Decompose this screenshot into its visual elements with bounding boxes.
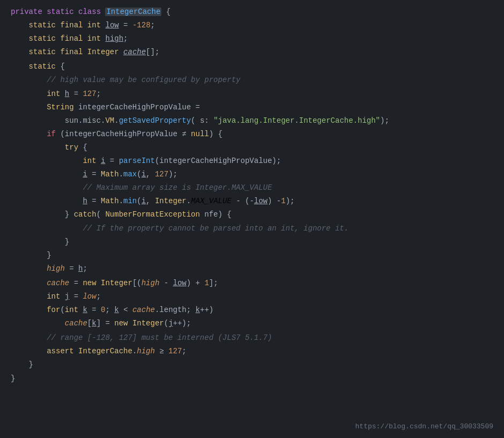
line-21: high = h; xyxy=(0,262,504,276)
watermark: https://blog.csdn.net/qq_30033509 xyxy=(355,421,493,433)
line-24: int j = low; xyxy=(0,290,504,303)
line-28: // range [-128, 127] must be interned (J… xyxy=(0,331,504,345)
line-14: i = Math.max(i, 127); xyxy=(0,168,504,181)
line-7: // high value may be configured by prope… xyxy=(0,73,504,87)
line-13: int i = parseInt(integerCacheHighPropVal… xyxy=(0,154,504,168)
line-19: } xyxy=(0,235,504,249)
line-12: try { xyxy=(0,141,504,154)
line-16: h = Math.min(i, Integer.MAX_VALUE - (-lo… xyxy=(0,195,504,208)
line-15: // Maximum array size is Integer.MAX_VAL… xyxy=(0,181,504,195)
line-1: private static class IntegerCache { xyxy=(0,5,504,19)
line-29: assert IntegerCache.high ≥ 127; xyxy=(0,345,504,358)
line-10: sun.misc.VM.getSavedProperty( s: "java.l… xyxy=(0,114,504,128)
line-25: for(int k = 0; k < cache.length; k++) xyxy=(0,303,504,317)
line-4: static final Integer cache[]; xyxy=(0,46,504,59)
line-17: } catch( NumberFormatException nfe) { xyxy=(0,208,504,221)
line-31: } xyxy=(0,372,504,385)
line-23: cache = new Integer[(high - low) + 1]; xyxy=(0,277,504,290)
line-26: cache[k] = new Integer(j++); xyxy=(0,317,504,330)
line-9: String integerCacheHighPropValue = xyxy=(0,101,504,114)
line-20: } xyxy=(0,249,504,262)
code-block: private static class IntegerCache { stat… xyxy=(0,0,504,438)
line-8: int h = 127; xyxy=(0,87,504,101)
line-30: } xyxy=(0,358,504,372)
line-3: static final int high; xyxy=(0,32,504,46)
line-6: static { xyxy=(0,60,504,73)
line-2: static final int low = -128; xyxy=(0,19,504,32)
line-11: if (integerCacheHighPropValue ≠ null) { xyxy=(0,128,504,141)
line-18: // If the property cannot be parsed into… xyxy=(0,222,504,235)
